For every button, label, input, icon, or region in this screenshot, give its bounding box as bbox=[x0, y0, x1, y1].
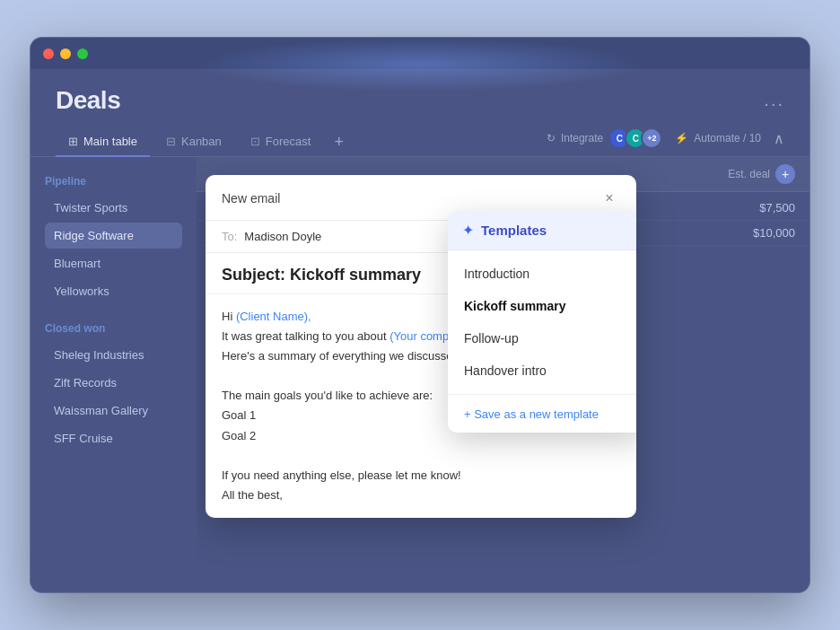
template-item-followup[interactable]: Follow-up bbox=[448, 322, 636, 354]
line1: It was great talking to you about bbox=[222, 329, 389, 343]
sidebar-item-ridge[interactable]: Ridge Software bbox=[45, 223, 182, 249]
app-header: Deals ··· bbox=[31, 70, 809, 115]
header-actions: ··· bbox=[764, 86, 784, 114]
tab-main-table-label: Main table bbox=[83, 135, 137, 148]
title-bar bbox=[31, 38, 809, 70]
templates-header: ✦ Templates bbox=[448, 211, 636, 250]
minimize-button[interactable] bbox=[60, 48, 71, 59]
email-modal: New email × To: Madison Doyle Subject: K… bbox=[206, 175, 636, 518]
integrate-label: Integrate bbox=[561, 132, 603, 144]
avatar-count: +2 bbox=[641, 127, 662, 149]
templates-panel: ✦ Templates Introduction Kickoff summary bbox=[448, 211, 636, 433]
client-name: (Client Name), bbox=[236, 310, 311, 323]
sidebar-item-waissman[interactable]: Waissman Gallery bbox=[45, 398, 182, 424]
tab-right-group: ↻ Integrate C C +2 ⚡ Automate / 10 ∧ bbox=[547, 127, 784, 156]
sidebar-item-twister[interactable]: Twister Sports bbox=[45, 195, 182, 221]
more-options-button[interactable]: ··· bbox=[764, 93, 784, 114]
kanban-icon: ⊟ bbox=[166, 135, 176, 148]
sidebar: Pipeline Twister Sports Ridge Software B… bbox=[31, 157, 197, 592]
close-button[interactable] bbox=[43, 48, 54, 59]
automate-icon: ⚡ bbox=[675, 132, 688, 144]
greeting: Hi bbox=[222, 310, 236, 323]
tab-forecast-label: Forecast bbox=[266, 135, 311, 148]
sidebar-item-yellowworks[interactable]: Yelloworks bbox=[45, 278, 182, 304]
integrate-icon: ↻ bbox=[547, 132, 556, 144]
modal-title: New email bbox=[222, 191, 280, 206]
sidebar-item-zift[interactable]: Zift Records bbox=[45, 370, 182, 396]
maximize-button[interactable] bbox=[77, 48, 88, 59]
add-tab-button[interactable]: + bbox=[327, 129, 351, 155]
sidebar-item-sheleg[interactable]: Sheleg Industries bbox=[45, 342, 182, 368]
table-icon: ⊞ bbox=[68, 135, 78, 148]
traffic-lights bbox=[43, 48, 88, 59]
tab-forecast[interactable]: ⊡ Forecast bbox=[238, 127, 324, 157]
template-item-introduction[interactable]: Introduction bbox=[448, 258, 636, 290]
page-title: Deals bbox=[56, 86, 120, 115]
automate-label: Automate / 10 bbox=[694, 132, 761, 144]
templates-list: Introduction Kickoff summary Follow-up H… bbox=[448, 250, 636, 394]
app-area: Deals ··· ⊞ Main table ⊟ Kanban ⊡ Foreca… bbox=[31, 70, 809, 592]
avatar-stack: C C +2 bbox=[608, 127, 662, 149]
tab-main-table[interactable]: ⊞ Main table bbox=[56, 127, 150, 157]
content-area: Pipeline Twister Sports Ridge Software B… bbox=[31, 157, 809, 592]
automate-button[interactable]: ⚡ Automate / 10 bbox=[675, 132, 761, 144]
templates-footer: + Save as a new template bbox=[448, 394, 636, 433]
pipeline-label: Pipeline bbox=[45, 175, 182, 188]
subject-bold: Kickoff summary bbox=[290, 266, 421, 284]
modal-overlay: New email × To: Madison Doyle Subject: K… bbox=[197, 157, 809, 592]
main-content: Est. deal + $7,500 $10,000 bbox=[197, 157, 809, 592]
close-icon[interactable]: × bbox=[599, 188, 620, 209]
subject-prefix: Subject: bbox=[222, 266, 285, 284]
forecast-icon: ⊡ bbox=[250, 135, 260, 148]
collapse-button[interactable]: ∧ bbox=[774, 130, 784, 147]
sidebar-item-sff[interactable]: SFF Cruise bbox=[45, 425, 182, 451]
tab-kanban-label: Kanban bbox=[181, 135, 222, 148]
line4: If you need anything else, please let me… bbox=[222, 466, 620, 486]
browser-window: Deals ··· ⊞ Main table ⊟ Kanban ⊡ Foreca… bbox=[30, 37, 810, 593]
templates-icon: ✦ bbox=[462, 222, 474, 239]
save-template-button[interactable]: + Save as a new template bbox=[464, 407, 599, 421]
closed-won-section: Closed won Sheleg Industries Zift Record… bbox=[45, 322, 182, 451]
template-item-kickoff[interactable]: Kickoff summary bbox=[448, 290, 636, 322]
to-label: To: bbox=[222, 230, 237, 243]
tabs-bar: ⊞ Main table ⊟ Kanban ⊡ Forecast + ↻ Int… bbox=[31, 118, 809, 157]
to-value: Madison Doyle bbox=[244, 230, 321, 243]
closed-won-label: Closed won bbox=[45, 322, 182, 335]
templates-title: Templates bbox=[481, 223, 547, 238]
tab-kanban[interactable]: ⊟ Kanban bbox=[153, 127, 234, 157]
integrate-button[interactable]: ↻ Integrate C C +2 bbox=[547, 127, 662, 149]
template-item-handover[interactable]: Handover intro bbox=[448, 354, 636, 387]
sidebar-item-bluemart[interactable]: Bluemart bbox=[45, 250, 182, 276]
sign-off: All the best, bbox=[222, 486, 620, 505]
